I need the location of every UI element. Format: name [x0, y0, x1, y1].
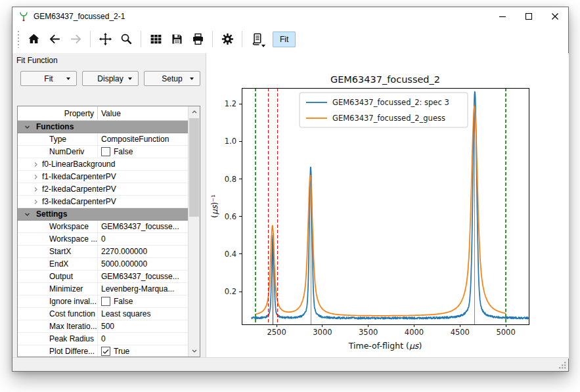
checkbox[interactable]: [101, 147, 110, 156]
value-column-header[interactable]: Value: [98, 106, 200, 120]
titlebar: GEM63437_focussed_2-1: [12, 7, 568, 25]
toolbar-drag-handle[interactable]: [17, 31, 19, 48]
property-value[interactable]: 5000.000000: [98, 259, 189, 269]
property-value[interactable]: False: [98, 147, 189, 156]
plot-area[interactable]: GEM63437_focussed_2250030003500400045005…: [206, 53, 568, 357]
generate-script-button[interactable]: [248, 30, 266, 49]
table-row[interactable]: f3-IkedaCarpenterPV: [18, 196, 189, 208]
zoom-button[interactable]: [117, 30, 135, 49]
scroll-down-icon[interactable]: [189, 345, 200, 357]
table-row[interactable]: Max Iteratio...500: [18, 320, 189, 333]
property-value[interactable]: GEM63437_focusse...: [98, 272, 189, 281]
toolbar-separator: [212, 31, 213, 47]
maximize-button[interactable]: [516, 7, 542, 25]
back-button[interactable]: [45, 30, 64, 49]
property-value[interactable]: 500: [98, 322, 189, 331]
property-label: Ignore inval...: [18, 295, 98, 307]
checkbox[interactable]: [101, 297, 110, 306]
property-value[interactable]: 0: [98, 334, 189, 343]
property-label: Cost function: [18, 308, 98, 320]
table-group-row[interactable]: Settings: [18, 208, 189, 221]
property-value[interactable]: Levenberg-Marqua...: [98, 284, 189, 294]
table-row[interactable]: OutputGEM63437_focusse...: [18, 271, 189, 283]
chevron-down-icon: [128, 77, 132, 80]
table-row[interactable]: StartX2270.000000: [18, 246, 189, 258]
table-row[interactable]: Workspace ...0: [18, 233, 189, 246]
chevron-expanded-icon[interactable]: [24, 124, 30, 130]
fit-toggle-button[interactable]: Fit: [273, 32, 296, 47]
table-row[interactable]: Ignore inval...False: [18, 295, 189, 308]
y-tick-label: 0.4: [225, 250, 236, 259]
table-row[interactable]: EndX5000.000000: [18, 258, 189, 271]
legend: GEM63437_focussed_2: spec 3GEM63437_focu…: [300, 93, 468, 127]
property-value[interactable]: True: [98, 347, 189, 356]
property-value[interactable]: 0: [98, 234, 189, 244]
pan-button[interactable]: [96, 30, 114, 49]
home-button[interactable]: [24, 30, 43, 49]
fit-menu-row: Fit Display Setup: [20, 71, 200, 86]
x-tick-label: 4500: [451, 328, 470, 337]
property-label: Max Iteratio...: [18, 320, 98, 332]
minimize-button[interactable]: [489, 7, 516, 25]
property-value[interactable]: 2270.000000: [98, 247, 189, 256]
chevron-collapsed-icon[interactable]: [33, 162, 39, 167]
table-header: Property Value: [18, 106, 200, 121]
close-button[interactable]: [542, 7, 568, 25]
forward-button[interactable]: [66, 30, 85, 49]
resize-grip[interactable]: [558, 361, 566, 369]
property-column-header[interactable]: Property: [18, 106, 98, 120]
print-button[interactable]: [189, 30, 207, 49]
property-label: StartX: [18, 246, 98, 257]
setup-menu-button[interactable]: Setup: [144, 71, 200, 86]
table-body: FunctionsTypeCompositeFunctionNumDerivFa…: [18, 121, 189, 357]
y-tick-label: 0.2: [225, 287, 236, 296]
save-button[interactable]: [167, 30, 186, 49]
chevron-expanded-icon[interactable]: [24, 211, 30, 217]
property-label: Minimizer: [18, 283, 98, 295]
property-label: Plot Differe...: [18, 345, 98, 357]
chevron-down-icon: [190, 77, 194, 80]
table-row[interactable]: MinimizerLevenberg-Marqua...: [18, 283, 189, 295]
table-row[interactable]: TypeCompositeFunction: [18, 133, 189, 146]
property-label: Type: [18, 133, 98, 145]
property-table: Property Value FunctionsTypeCompositeFun…: [17, 106, 200, 357]
table-row[interactable]: Peak Radius0: [18, 333, 189, 345]
property-value[interactable]: Least squares: [98, 309, 189, 318]
plot-title: GEM63437_focussed_2: [330, 74, 440, 85]
statusbar: [12, 357, 568, 371]
customize-gear-button[interactable]: [218, 30, 236, 49]
display-menu-button[interactable]: Display: [82, 71, 139, 86]
fit-menu-button[interactable]: Fit: [20, 71, 77, 86]
table-row[interactable]: f1-IkedaCarpenterPV: [18, 171, 189, 183]
chevron-collapsed-icon[interactable]: [33, 199, 39, 205]
property-label: Workspace: [18, 221, 98, 232]
chevron-collapsed-icon[interactable]: [33, 174, 39, 180]
y-tick-label: 1.2: [225, 99, 236, 108]
table-group-row[interactable]: Functions: [18, 121, 189, 133]
table-row[interactable]: f0-LinearBackground: [18, 158, 189, 171]
x-tick-label: 5000: [496, 328, 515, 337]
table-row[interactable]: f2-IkedaCarpenterPV: [18, 183, 189, 196]
y-axis-label: (μs)⁻¹: [210, 194, 219, 218]
checkbox[interactable]: [101, 347, 110, 356]
x-tick-label: 3500: [359, 328, 378, 337]
table-row[interactable]: Cost functionLeast squares: [18, 308, 189, 320]
table-row[interactable]: WorkspaceGEM63437_focusse...: [18, 221, 189, 233]
y-tick-label: 0.6: [225, 212, 236, 221]
property-value[interactable]: GEM63437_focusse...: [98, 222, 189, 231]
window-title: GEM63437_focussed_2-1: [33, 12, 125, 21]
chevron-collapsed-icon[interactable]: [33, 186, 39, 192]
property-value[interactable]: False: [98, 297, 189, 306]
property-label: Workspace ...: [18, 233, 98, 245]
scroll-up-icon[interactable]: [189, 106, 200, 118]
scrollbar-thumb[interactable]: [189, 118, 199, 217]
table-row[interactable]: NumDerivFalse: [18, 146, 189, 158]
x-tick-label: 2500: [267, 328, 286, 337]
table-row[interactable]: Plot Differe...True: [18, 345, 189, 357]
x-tick-label: 3000: [313, 328, 332, 337]
table-scrollbar[interactable]: [188, 106, 200, 357]
fit-plot-figure[interactable]: GEM63437_focussed_2250030003500400045005…: [206, 53, 569, 359]
x-tick-label: 4000: [405, 328, 424, 337]
property-value[interactable]: CompositeFunction: [98, 135, 189, 144]
subplots-grid-button[interactable]: [146, 30, 165, 49]
